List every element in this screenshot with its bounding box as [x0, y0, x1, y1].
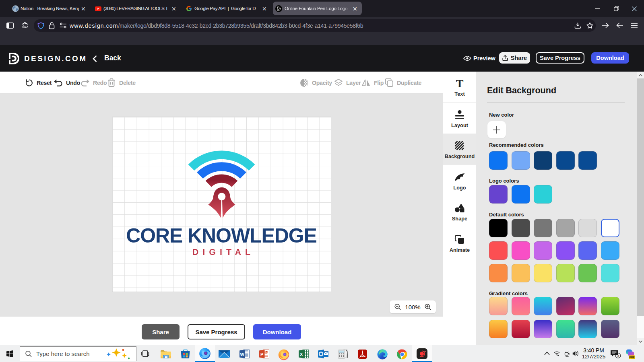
svg-text:W: W [240, 352, 245, 357]
svg-text:PRE: PRE [629, 356, 635, 359]
svg-text:X: X [300, 352, 303, 357]
svg-text:T: T [456, 78, 464, 89]
svg-text:3: 3 [617, 354, 619, 358]
svg-text:P: P [260, 352, 263, 357]
